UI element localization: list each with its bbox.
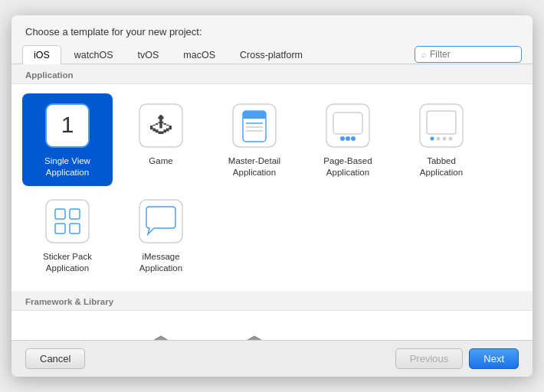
tab-cross-platform[interactable]: Cross-platform bbox=[228, 45, 314, 64]
tab-macos[interactable]: macOS bbox=[172, 45, 227, 64]
next-button[interactable]: Next bbox=[469, 348, 519, 369]
svg-rect-22 bbox=[46, 200, 89, 243]
single-view-label: Single ViewApplication bbox=[44, 155, 90, 178]
imessage-label: iMessageApplication bbox=[139, 251, 182, 274]
svg-point-19 bbox=[437, 137, 441, 141]
content-area: Application 1 Single ViewApplication bbox=[11, 64, 533, 340]
single-view-icon: 1 bbox=[43, 101, 92, 150]
game-label: Game bbox=[149, 155, 172, 167]
footer: Cancel Previous Next bbox=[11, 340, 533, 377]
template-game[interactable]: 🕹 Game bbox=[116, 93, 206, 186]
template-cocoa-touch-static[interactable]: Touch Cocoa TouchStatic Library bbox=[116, 320, 206, 340]
template-single-view[interactable]: 1 Single ViewApplication bbox=[22, 93, 113, 186]
svg-point-18 bbox=[431, 137, 434, 141]
svg-point-20 bbox=[443, 137, 447, 141]
imessage-icon bbox=[136, 197, 185, 246]
new-project-dialog: Choose a template for your new project: … bbox=[11, 15, 533, 377]
tab-tvos[interactable]: tvOS bbox=[126, 45, 171, 64]
sticker-pack-label: Sticker PackApplication bbox=[43, 251, 92, 274]
page-based-icon bbox=[323, 101, 372, 150]
template-sticker-pack[interactable]: Sticker PackApplication bbox=[22, 189, 113, 282]
filter-box[interactable]: ⌕ bbox=[415, 46, 522, 63]
svg-text:1: 1 bbox=[61, 112, 74, 137]
framework-grid: Cocoa TouchFramework bbox=[11, 311, 533, 340]
master-detail-icon bbox=[230, 101, 279, 150]
tab-watchos[interactable]: watchOS bbox=[63, 45, 125, 64]
sticker-pack-icon bbox=[43, 197, 92, 246]
metal-library-icon bbox=[230, 328, 279, 340]
template-page-based[interactable]: Page-BasedApplication bbox=[303, 93, 393, 186]
svg-point-13 bbox=[340, 136, 345, 141]
svg-rect-7 bbox=[243, 117, 266, 119]
section-framework-library: Framework & Library bbox=[11, 291, 533, 311]
page-based-label: Page-BasedApplication bbox=[323, 155, 372, 178]
template-metal-library[interactable]: Metal Library bbox=[209, 320, 300, 340]
template-cocoa-touch-framework[interactable]: Cocoa TouchFramework bbox=[22, 320, 113, 340]
svg-point-15 bbox=[351, 136, 356, 141]
cocoa-touch-framework-icon bbox=[43, 328, 92, 340]
tabbed-label: TabbedApplication bbox=[420, 155, 463, 178]
nav-buttons: Previous Next bbox=[395, 348, 519, 369]
game-icon: 🕹 bbox=[136, 101, 185, 150]
template-imessage[interactable]: iMessageApplication bbox=[116, 189, 206, 282]
application-grid: 1 Single ViewApplication 🕹 Game bbox=[11, 84, 533, 291]
tabbed-icon bbox=[417, 101, 466, 150]
search-icon: ⌕ bbox=[421, 50, 427, 59]
tabs-bar: iOS watchOS tvOS macOS Cross-platform ⌕ bbox=[11, 45, 533, 64]
cocoa-touch-static-icon: Touch bbox=[136, 328, 185, 340]
dialog-title: Choose a template for your new project: bbox=[11, 15, 533, 45]
cancel-button[interactable]: Cancel bbox=[25, 348, 85, 369]
template-tabbed[interactable]: TabbedApplication bbox=[396, 93, 487, 186]
section-application: Application bbox=[11, 64, 533, 84]
previous-button[interactable]: Previous bbox=[395, 348, 464, 369]
svg-text:🕹: 🕹 bbox=[150, 113, 172, 137]
tab-ios[interactable]: iOS bbox=[22, 45, 61, 64]
svg-point-21 bbox=[449, 137, 453, 141]
template-master-detail[interactable]: Master-DetailApplication bbox=[209, 93, 300, 186]
master-detail-label: Master-DetailApplication bbox=[228, 155, 280, 178]
filter-input[interactable] bbox=[430, 49, 515, 60]
svg-point-14 bbox=[346, 136, 350, 141]
